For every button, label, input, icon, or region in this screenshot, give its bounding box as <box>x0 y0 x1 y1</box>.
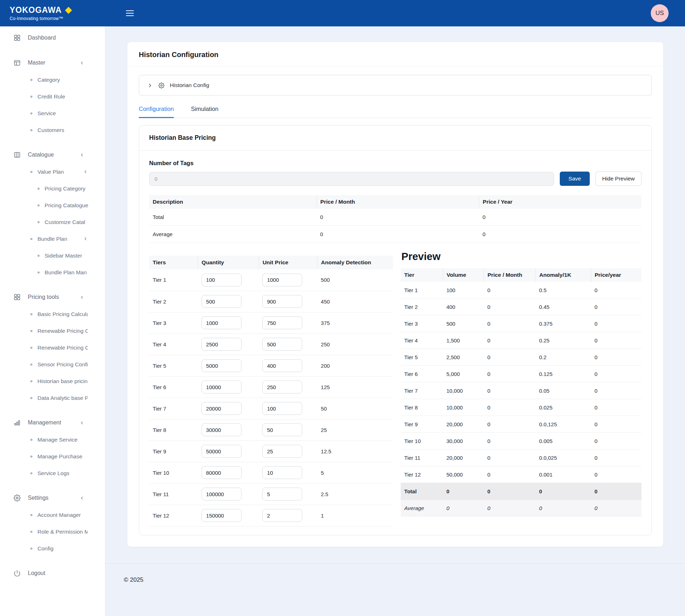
preview-cell: Tier 9 <box>401 416 443 433</box>
sidebar-item-manage-service[interactable]: Manage Service <box>0 431 105 448</box>
tier-row: Tier 6 125 <box>149 376 393 398</box>
bullet-icon <box>30 96 32 98</box>
tier-unit-price-input[interactable] <box>262 466 302 479</box>
preview-average-cell: 0 <box>591 500 641 516</box>
tier-quantity-input[interactable] <box>202 423 242 436</box>
tier-anomaly-value: 12.5 <box>317 441 393 462</box>
sidebar-item-value-plan[interactable]: Value Plan <box>0 163 105 180</box>
gear-icon <box>158 82 164 88</box>
sidebar-item-config[interactable]: Config <box>0 540 105 557</box>
hamburger-menu-icon[interactable] <box>124 8 136 19</box>
save-button[interactable]: Save <box>560 172 589 186</box>
sidebar-item-management[interactable]: Management <box>0 414 105 431</box>
preview-row: Tier 1120,00000.0,0250 <box>401 449 641 466</box>
sidebar-item-label: Dashboard <box>28 35 56 41</box>
user-avatar[interactable]: US <box>651 4 669 22</box>
sidebar-item-pricing-tools[interactable]: Pricing tools <box>0 289 105 306</box>
logo-tagline: Co-Innovating tomorrow™ <box>10 16 105 21</box>
tier-unit-price-input[interactable] <box>262 381 302 393</box>
tier-quantity-input[interactable] <box>202 488 242 500</box>
sidebar-item-pricing-catalogue[interactable]: Pricing Catalogue <box>0 197 105 214</box>
chevron-right-icon <box>147 82 153 88</box>
tier-quantity-input[interactable] <box>202 359 242 372</box>
tab-simulation[interactable]: Simulation <box>191 106 218 118</box>
sidebar-item-credit-rule[interactable]: Credit Rule <box>0 88 105 105</box>
tier-unit-price-input[interactable] <box>262 423 302 436</box>
preview-cell: 0.0,125 <box>536 416 591 433</box>
preview-total-cell: 0 <box>536 483 591 500</box>
sidebar-item-role-permission-ma[interactable]: Role & Permission Ma <box>0 523 105 540</box>
tier-quantity-input[interactable] <box>202 445 242 458</box>
sidebar-item-sidebar-master[interactable]: Sidebar Master <box>0 247 105 264</box>
bullet-icon <box>30 439 32 441</box>
tiers-col-header: Unit Price <box>259 256 317 269</box>
sidebar-item-service[interactable]: Service <box>0 105 105 122</box>
preview-row: Tier 810,00000.0250 <box>401 399 641 416</box>
tier-unit-price-input[interactable] <box>262 359 302 372</box>
sidebar-item-label: Role & Permission Ma <box>37 529 88 535</box>
tier-label: Tier 8 <box>149 419 198 441</box>
sidebar-item-sensor-pricing-config[interactable]: Sensor Pricing Config <box>0 356 105 373</box>
sidebar-item-renewable-pricing-ca[interactable]: Renewable Pricing Ca <box>0 322 105 339</box>
sidebar-item-customize-catal[interactable]: Customize Catal <box>0 214 105 230</box>
preview-col-header: Volume <box>443 268 484 282</box>
tier-unit-price-input[interactable] <box>262 445 302 458</box>
tier-quantity-input[interactable] <box>202 338 242 351</box>
preview-cell: 0 <box>591 315 641 332</box>
tier-unit-price-input[interactable] <box>262 338 302 351</box>
tier-quantity-input[interactable] <box>202 295 242 308</box>
sidebar-item-basic-pricing-calculat[interactable]: Basic Pricing Calculat <box>0 306 105 322</box>
preview-total-row: Total0000 <box>401 483 641 500</box>
sidebar-item-bundle-plan-man[interactable]: Bundle Plan Man <box>0 264 105 281</box>
sidebar-item-label: Basic Pricing Calculat <box>37 311 88 317</box>
number-of-tags-input[interactable] <box>149 172 554 186</box>
preview-cell: 0 <box>591 382 641 399</box>
sidebar-item-service-logs[interactable]: Service Logs <box>0 465 105 482</box>
tier-label: Tier 4 <box>149 334 198 355</box>
sidebar-item-settings[interactable]: Settings <box>0 489 105 506</box>
bullet-icon <box>37 255 40 257</box>
sidebar-item-data-analytic-base-pri[interactable]: Data Analytic base Pri <box>0 390 105 406</box>
hide-preview-button[interactable]: Hide Preview <box>595 172 641 186</box>
sidebar-item-dashboard[interactable]: Dashboard <box>0 29 105 46</box>
tier-quantity-input[interactable] <box>202 509 242 522</box>
sidebar-item-label: Historian base pricing <box>37 378 88 385</box>
sidebar-item-label: Pricing tools <box>28 294 59 300</box>
tier-unit-price-input[interactable] <box>262 274 302 286</box>
historian-base-pricing-panel: Historian Base Pricing Number of Tags Sa… <box>139 125 652 535</box>
tier-unit-price-input[interactable] <box>262 316 302 329</box>
tier-unit-price-input[interactable] <box>262 509 302 522</box>
sidebar-item-category[interactable]: Category <box>0 71 105 88</box>
tier-label: Tier 2 <box>149 291 198 312</box>
tier-unit-price-input[interactable] <box>262 488 302 500</box>
tier-anomaly-value: 200 <box>317 355 393 376</box>
historian-config-collapse[interactable]: Historian Config <box>139 75 652 96</box>
settings-gear-icon <box>14 494 21 502</box>
sidebar-item-pricing-category[interactable]: Pricing Category <box>0 180 105 197</box>
sidebar-item-bundle-plan[interactable]: Bundle Plan <box>0 230 105 247</box>
sidebar-item-account-manager[interactable]: Account Manager <box>0 506 105 523</box>
tier-unit-price-input[interactable] <box>262 402 302 415</box>
sidebar-item-master[interactable]: Master <box>0 54 105 71</box>
sidebar-item-historian-base-pricing[interactable]: Historian base pricing <box>0 373 105 390</box>
preview-average-cell: 0 <box>536 500 591 516</box>
tier-row: Tier 12 1 <box>149 505 393 526</box>
sidebar-item-manage-purchase[interactable]: Manage Purchase <box>0 448 105 465</box>
tier-quantity-input[interactable] <box>202 381 242 393</box>
preview-cell: 0.5 <box>536 282 591 299</box>
sidebar-item-label: Category <box>37 77 60 83</box>
tier-quantity-input[interactable] <box>202 466 242 479</box>
tier-anomaly-value: 125 <box>317 376 393 398</box>
tab-configuration[interactable]: Configuration <box>139 106 174 118</box>
sidebar-item-renewable-pricing-co[interactable]: Renewable Pricing Co <box>0 339 105 356</box>
tier-quantity-input[interactable] <box>202 274 242 286</box>
sidebar-item-logout[interactable]: Logout <box>0 565 105 582</box>
sidebar-item-label: Renewable Pricing Co <box>37 345 88 351</box>
main-content: Historian Configuration Historian Config… <box>105 26 685 616</box>
tier-quantity-input[interactable] <box>202 402 242 415</box>
sidebar-item-label: Bundle Plan Man <box>45 269 87 276</box>
tier-unit-price-input[interactable] <box>262 295 302 308</box>
sidebar-item-customers[interactable]: Customers <box>0 122 105 138</box>
sidebar-item-catalogue[interactable]: Catalogue <box>0 146 105 163</box>
tier-quantity-input[interactable] <box>202 316 242 329</box>
